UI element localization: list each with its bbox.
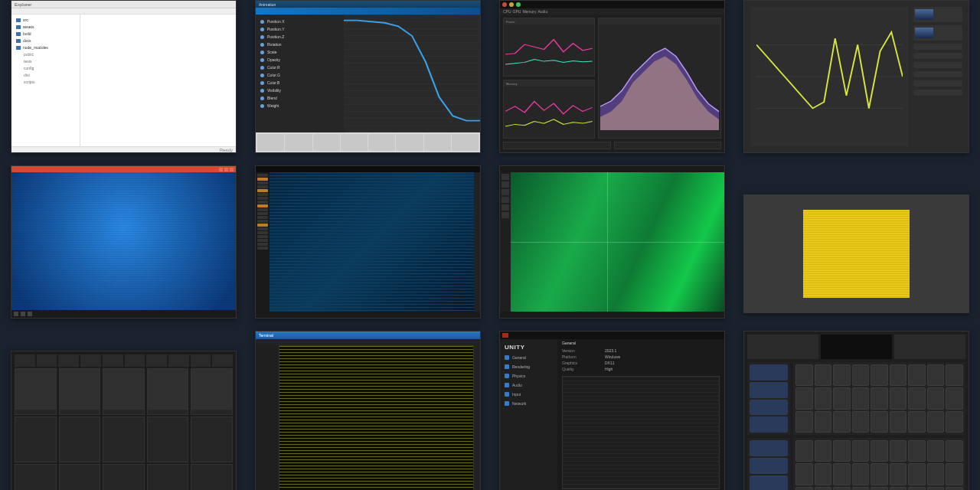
tool-icon[interactable] (501, 197, 509, 203)
key[interactable] (927, 487, 945, 490)
nav-item[interactable]: Audio (505, 383, 553, 387)
thumb-file-explorer[interactable]: Explorer src assets build docs node_modu… (11, 0, 237, 153)
thumb-console-keys[interactable] (743, 331, 969, 490)
file-tree[interactable]: src assets build docs node_modules publi… (11, 15, 80, 146)
curve-graph[interactable] (344, 15, 480, 132)
chart-timeline[interactable] (598, 18, 721, 139)
asset-cell[interactable] (191, 464, 233, 490)
track-row[interactable]: Position.X (260, 18, 339, 25)
key[interactable] (946, 440, 963, 462)
track-row[interactable]: Scale (260, 48, 339, 56)
chart-memory[interactable]: Memory (503, 80, 595, 139)
key[interactable] (871, 440, 888, 462)
task-icon[interactable] (21, 312, 25, 316)
key[interactable] (871, 364, 888, 386)
line-chart[interactable] (750, 7, 909, 146)
track-row[interactable]: Blend (260, 94, 339, 102)
thumb-green-canvas[interactable] (499, 165, 725, 318)
asset-cell[interactable] (103, 416, 145, 463)
close-icon[interactable] (502, 2, 507, 7)
key[interactable] (927, 463, 945, 485)
key[interactable] (833, 440, 851, 462)
asset-cell[interactable] (191, 416, 233, 463)
tool-icon[interactable] (501, 181, 509, 188)
sidebar[interactable] (256, 345, 279, 490)
preview-card[interactable] (913, 7, 962, 22)
track-row[interactable]: Color.B (260, 79, 339, 87)
asset-cell[interactable] (103, 464, 145, 490)
key[interactable] (946, 487, 963, 490)
key[interactable] (946, 364, 963, 386)
tab[interactable]: Audio (537, 9, 547, 14)
key[interactable] (833, 387, 851, 409)
tab[interactable]: Memory (522, 9, 536, 14)
key[interactable] (890, 364, 907, 386)
thumb-desktop[interactable] (11, 165, 237, 318)
nav-item[interactable]: Network (505, 401, 553, 406)
asset-row[interactable] (15, 368, 233, 415)
key[interactable] (795, 463, 813, 485)
tree-item[interactable]: build (16, 31, 75, 36)
ctrl-btn[interactable] (750, 364, 788, 381)
key[interactable] (833, 463, 851, 485)
control-panel[interactable] (747, 362, 790, 435)
asset-cell[interactable] (15, 368, 57, 415)
thumb-terminal-cyan[interactable] (255, 165, 481, 318)
keypad[interactable] (793, 438, 965, 490)
tree-item[interactable]: scripts (24, 80, 75, 84)
key[interactable] (946, 411, 963, 433)
key[interactable] (795, 487, 813, 490)
key[interactable] (815, 364, 832, 386)
thumb-ide-olive[interactable]: Terminal (255, 331, 481, 490)
tree-item[interactable]: node_modules (16, 45, 75, 50)
asset-cell[interactable] (59, 416, 101, 463)
asset-cell[interactable] (191, 368, 233, 415)
asset-row[interactable] (15, 464, 233, 490)
thumb-profiler[interactable]: CPU GPU Memory Audio Frame Memory (499, 0, 725, 153)
track-row[interactable]: Visibility (260, 87, 339, 94)
key[interactable] (890, 463, 907, 485)
tool-icon[interactable] (501, 212, 509, 218)
key[interactable] (852, 440, 870, 462)
key[interactable] (890, 440, 907, 462)
thumb-curve-editor[interactable]: Animation Position.X Position.Y Position… (255, 0, 481, 153)
track-row[interactable]: Position.Y (260, 25, 339, 33)
key[interactable] (795, 364, 813, 386)
nav-sidebar[interactable]: UNITY General Rendering Physics Audio In… (500, 339, 557, 490)
scrollbar[interactable] (474, 172, 480, 312)
ctrl-btn[interactable] (750, 475, 788, 491)
asset-cell[interactable] (59, 464, 101, 490)
tool-icon[interactable] (501, 189, 509, 195)
key[interactable] (927, 387, 945, 409)
key[interactable] (908, 387, 926, 409)
nav-item[interactable]: Input (505, 392, 553, 397)
toolbox[interactable] (500, 172, 511, 312)
key[interactable] (815, 387, 832, 409)
key[interactable] (852, 387, 870, 409)
key[interactable] (871, 387, 888, 409)
key[interactable] (908, 463, 926, 485)
track-row[interactable]: Color.R (260, 64, 339, 71)
viewport[interactable] (511, 172, 724, 312)
thumb-asset-browser[interactable] (11, 351, 237, 490)
key[interactable] (815, 463, 832, 485)
task-icon[interactable] (28, 312, 32, 316)
max-icon[interactable] (516, 2, 521, 7)
asset-cell[interactable] (147, 368, 189, 415)
key[interactable] (890, 387, 907, 409)
thumb-yellow-rect[interactable] (743, 194, 969, 313)
key[interactable] (833, 411, 851, 433)
key[interactable] (795, 387, 813, 409)
key[interactable] (833, 364, 851, 386)
nav-item[interactable]: General (505, 355, 553, 360)
key[interactable] (852, 463, 870, 485)
key[interactable] (833, 487, 851, 490)
terminal-output[interactable] (270, 172, 474, 312)
key[interactable] (908, 487, 926, 490)
ctrl-btn[interactable] (750, 440, 788, 456)
tool-icon[interactable] (501, 204, 509, 211)
nav-item[interactable]: Rendering (505, 364, 553, 369)
desktop-area[interactable] (11, 172, 236, 310)
ctrl-btn[interactable] (750, 416, 788, 433)
asset-cell[interactable] (15, 464, 57, 490)
